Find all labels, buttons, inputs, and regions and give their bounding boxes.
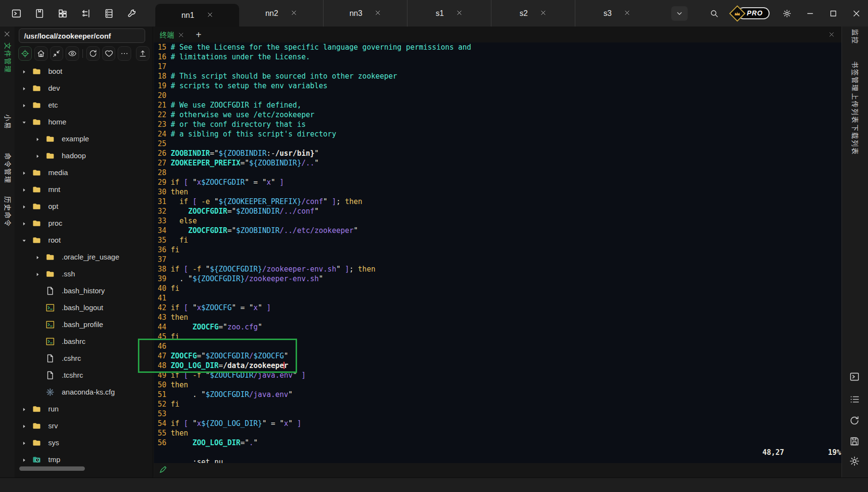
- chevron-right-icon[interactable]: [21, 439, 28, 446]
- refresh-icon[interactable]: [849, 415, 861, 427]
- tab-close-icon[interactable]: [624, 9, 630, 18]
- rail-item-3[interactable]: 命令管理: [3, 153, 13, 184]
- tree-item-media[interactable]: media: [14, 164, 153, 181]
- tree-item-anaconda-ks.cfg[interactable]: anaconda-ks.cfg: [14, 383, 153, 400]
- tree-item-home[interactable]: home: [14, 113, 153, 130]
- chevron-down-icon[interactable]: [21, 237, 28, 244]
- terminal-panel-close-icon[interactable]: [828, 31, 835, 40]
- right-rail-item-3[interactable]: 上传列表: [851, 93, 860, 124]
- pro-badge[interactable]: PRO: [732, 7, 770, 19]
- terminal-tab-close-icon[interactable]: [178, 31, 184, 38]
- tab-close-icon[interactable]: [207, 11, 213, 20]
- wrench-icon[interactable]: [126, 8, 138, 19]
- tree-item-.oracle_jre_usage[interactable]: .oracle_jre_usage: [14, 248, 153, 265]
- chevron-right-icon[interactable]: [21, 220, 28, 227]
- flow-icon[interactable]: [80, 8, 92, 19]
- right-rail-item-2[interactable]: 书签管理: [851, 61, 860, 92]
- line-number: 56: [158, 438, 166, 448]
- chevron-right-icon[interactable]: [21, 68, 28, 75]
- tab-close-icon[interactable]: [456, 9, 462, 18]
- target-icon[interactable]: [18, 46, 32, 61]
- tree-item-.bash_history[interactable]: .bash_history: [14, 282, 153, 299]
- path-input[interactable]: /usr/local/zookeeper/conf: [19, 28, 145, 43]
- layout-icon[interactable]: [57, 8, 68, 19]
- chevron-right-icon[interactable]: [21, 203, 28, 210]
- line-number: 52: [158, 399, 166, 409]
- servers-icon[interactable]: [103, 8, 115, 19]
- pen-icon[interactable]: [159, 465, 168, 475]
- terminal-icon[interactable]: [849, 371, 861, 383]
- terminal-icon[interactable]: [11, 8, 22, 19]
- heart-icon[interactable]: [102, 46, 116, 61]
- chevron-right-icon[interactable]: [21, 85, 28, 92]
- new-terminal-button[interactable]: +: [196, 30, 202, 40]
- tree-item-hadoop[interactable]: hadoop: [14, 147, 153, 164]
- tree-item-srv[interactable]: srv: [14, 417, 153, 434]
- tree-item-.bash_profile[interactable]: .bash_profile: [14, 316, 153, 333]
- eye-icon[interactable]: [66, 46, 79, 61]
- chevron-right-icon[interactable]: [21, 423, 28, 429]
- tree-item-sys[interactable]: sys: [14, 434, 153, 451]
- tree-item-.ssh[interactable]: .ssh: [14, 265, 153, 282]
- chevron-right-icon[interactable]: [21, 102, 28, 109]
- refresh-icon[interactable]: [86, 46, 100, 61]
- tab-close-icon[interactable]: [291, 9, 297, 18]
- arrow-spacer: [35, 321, 41, 328]
- chevron-right-icon[interactable]: [35, 136, 41, 142]
- close-button[interactable]: [851, 8, 862, 19]
- settings-gear-icon[interactable]: [781, 8, 793, 19]
- chevron-right-icon[interactable]: [21, 169, 28, 176]
- session-tab-nn1[interactable]: nn1: [155, 4, 239, 27]
- rail-item-4[interactable]: 历史命令: [3, 196, 13, 227]
- save-icon[interactable]: [849, 436, 861, 448]
- tree-item-tmp[interactable]: tmp: [14, 451, 153, 467]
- bookmark-icon[interactable]: [34, 8, 45, 19]
- tree-item-example[interactable]: example: [14, 130, 153, 147]
- tree-item-dev[interactable]: dev: [14, 80, 153, 96]
- tree-item-.bashrc[interactable]: .bashrc: [14, 333, 153, 350]
- tab-close-icon[interactable]: [540, 9, 546, 18]
- tree-item-mnt[interactable]: mnt: [14, 181, 153, 198]
- right-rail-item-1[interactable]: 监控: [851, 29, 860, 44]
- right-rail-item-4[interactable]: 下载列表: [851, 124, 860, 155]
- session-tab-nn2[interactable]: nn2: [239, 0, 323, 27]
- chevron-right-icon[interactable]: [21, 186, 28, 193]
- chevron-right-icon[interactable]: [35, 152, 41, 159]
- maximize-button[interactable]: [827, 8, 839, 19]
- tree-item-boot[interactable]: boot: [14, 63, 153, 80]
- session-tab-s2[interactable]: s2: [491, 0, 575, 27]
- tab-overflow-button[interactable]: [671, 6, 688, 21]
- upload-icon[interactable]: [136, 46, 149, 61]
- gear-icon[interactable]: [849, 456, 861, 467]
- rail-item-1[interactable]: 文件管理: [3, 42, 13, 73]
- minimize-button[interactable]: [804, 8, 816, 19]
- dots-icon[interactable]: [118, 46, 131, 61]
- home-icon[interactable]: [34, 46, 48, 61]
- rail-item-2[interactable]: 小易: [3, 114, 13, 130]
- session-tab-s3[interactable]: s3: [575, 0, 659, 27]
- session-tab-s1[interactable]: s1: [407, 0, 491, 27]
- tree-item-.tcshrc[interactable]: .tcshrc: [14, 367, 153, 383]
- terminal-tab[interactable]: 终端: [160, 29, 174, 40]
- tree-item-.bash_logout[interactable]: .bash_logout: [14, 299, 153, 316]
- search-icon[interactable]: [708, 8, 720, 19]
- vim-editor[interactable]: 15# See the License for the specific lan…: [154, 42, 841, 463]
- horizontal-scrollbar[interactable]: [19, 466, 85, 471]
- tree-item-.cshrc[interactable]: .cshrc: [14, 350, 153, 367]
- tree-item-root[interactable]: root: [14, 232, 153, 248]
- tab-close-icon[interactable]: [375, 9, 381, 18]
- session-tab-nn3[interactable]: nn3: [323, 0, 407, 27]
- shrink-icon[interactable]: [50, 46, 64, 61]
- chevron-right-icon[interactable]: [35, 254, 41, 260]
- panel-close-icon[interactable]: [3, 30, 11, 38]
- tree-item-opt[interactable]: opt: [14, 198, 153, 215]
- list-icon[interactable]: [849, 394, 861, 406]
- tree-item-run[interactable]: run: [14, 400, 153, 417]
- chevron-right-icon[interactable]: [21, 456, 28, 463]
- chevron-right-icon[interactable]: [35, 271, 41, 277]
- tree-item-etc[interactable]: etc: [14, 96, 153, 113]
- tree-item-proc[interactable]: proc: [14, 215, 153, 232]
- chevron-right-icon[interactable]: [21, 406, 28, 412]
- line-number: 31: [158, 197, 166, 206]
- chevron-down-icon[interactable]: [21, 119, 28, 125]
